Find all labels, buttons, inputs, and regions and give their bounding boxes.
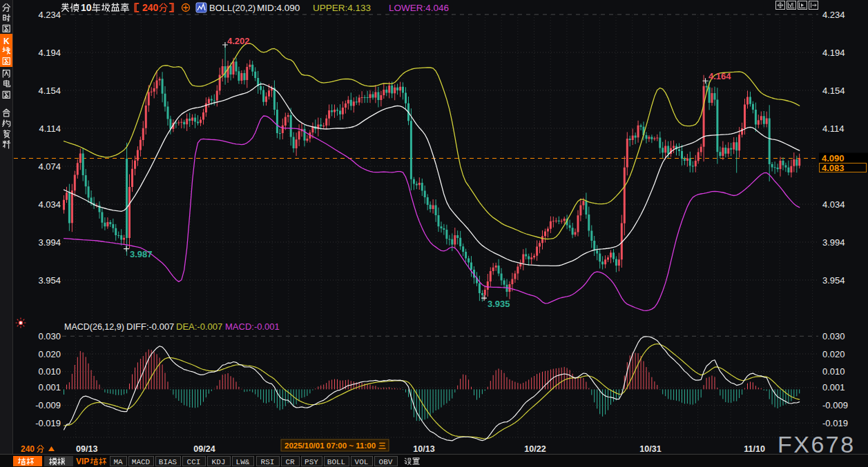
svg-text:4.074: 4.074: [38, 161, 61, 172]
svg-text:DIFF:-0.007: DIFF:-0.007: [126, 321, 174, 332]
svg-text:KDJ: KDJ: [212, 458, 226, 466]
svg-text:-0.009: -0.009: [822, 400, 848, 410]
svg-text:0.020: 0.020: [38, 349, 61, 359]
svg-text:-0.019: -0.019: [822, 418, 848, 428]
svg-text:RSI: RSI: [261, 458, 275, 466]
svg-text:-0.019: -0.019: [35, 418, 61, 428]
svg-text:10/31: 10/31: [639, 444, 661, 454]
svg-text:-0.009: -0.009: [35, 400, 61, 410]
svg-text:240: 240: [142, 2, 159, 13]
svg-text:09/24: 09/24: [193, 444, 215, 454]
svg-text:4.194: 4.194: [822, 48, 845, 58]
svg-text:0.001: 0.001: [38, 382, 61, 393]
svg-text:VOL: VOL: [355, 458, 369, 466]
svg-text:UPPER:4.133: UPPER:4.133: [313, 3, 371, 13]
svg-text:3.987: 3.987: [130, 249, 153, 259]
svg-text:4.202: 4.202: [227, 36, 250, 46]
svg-text:OBV: OBV: [379, 458, 393, 466]
svg-text:4.034: 4.034: [822, 199, 845, 210]
svg-text:BOLL: BOLL: [327, 458, 345, 466]
svg-text:4.234: 4.234: [822, 10, 845, 20]
svg-text:0.010: 0.010: [38, 366, 61, 377]
svg-text:10: 10: [81, 2, 92, 13]
svg-text:MACD: MACD: [132, 458, 151, 466]
svg-text:MACD:-0.001: MACD:-0.001: [225, 321, 280, 332]
svg-text:4.083: 4.083: [822, 163, 845, 173]
svg-text:LW&: LW&: [236, 458, 250, 466]
svg-text:3.954: 3.954: [38, 275, 61, 286]
svg-text:3.935: 3.935: [488, 299, 510, 309]
svg-text:4.114: 4.114: [39, 123, 61, 134]
svg-text:0.030: 0.030: [822, 331, 845, 341]
svg-text:09/13: 09/13: [76, 444, 97, 454]
svg-text:BOLL(20,2): BOLL(20,2): [209, 3, 255, 13]
svg-text:0.001: 0.001: [822, 382, 845, 393]
svg-text:MID:4.090: MID:4.090: [257, 3, 300, 13]
svg-text:0.020: 0.020: [822, 349, 845, 359]
svg-text:LOWER:4.046: LOWER:4.046: [389, 3, 449, 13]
svg-text:0.030: 0.030: [38, 331, 61, 341]
svg-text:DEA:-0.007: DEA:-0.007: [176, 321, 222, 332]
svg-text:CCI: CCI: [187, 458, 201, 466]
svg-text:4.154: 4.154: [822, 86, 845, 96]
svg-text:VIP: VIP: [76, 457, 89, 466]
svg-text:FX678: FX678: [778, 431, 856, 457]
svg-text:4.090: 4.090: [822, 153, 845, 163]
svg-text:K: K: [3, 37, 10, 46]
svg-text:10/22: 10/22: [524, 444, 546, 454]
svg-text:10/13: 10/13: [413, 444, 434, 454]
svg-text:BIAS: BIAS: [159, 458, 177, 466]
svg-text:0.010: 0.010: [822, 366, 845, 377]
svg-text:MA: MA: [113, 458, 123, 466]
svg-text:240: 240: [21, 444, 35, 454]
svg-text:11/10: 11/10: [744, 444, 765, 454]
svg-text:3.994: 3.994: [822, 237, 845, 248]
svg-text:4.164: 4.164: [708, 71, 731, 81]
svg-text:2025/10/01 07:00 ~ 11:00: 2025/10/01 07:00 ~ 11:00: [284, 441, 376, 450]
svg-text:4.234: 4.234: [38, 10, 61, 20]
svg-text:4.114: 4.114: [822, 123, 845, 134]
svg-text:PSY: PSY: [305, 458, 318, 466]
svg-text:4.194: 4.194: [38, 48, 61, 58]
svg-text:4.034: 4.034: [38, 199, 61, 210]
svg-text:MACD(26,12,9): MACD(26,12,9): [64, 322, 124, 332]
svg-text:CR: CR: [285, 458, 295, 466]
svg-text:3.954: 3.954: [822, 275, 845, 286]
svg-text:3.994: 3.994: [38, 237, 61, 248]
svg-text:4.154: 4.154: [38, 86, 61, 96]
